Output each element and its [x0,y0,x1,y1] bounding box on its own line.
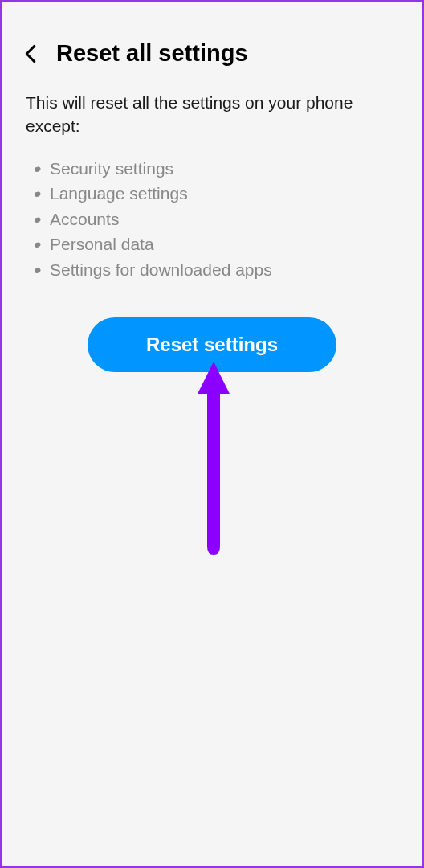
header: Reset all settings [21,18,403,91]
back-icon[interactable] [21,44,40,63]
list-item: Settings for downloaded apps [50,257,403,283]
page-title: Reset all settings [56,40,248,67]
reset-settings-button[interactable]: Reset settings [88,317,336,372]
exceptions-list: Security settings Language settings Acco… [21,156,403,283]
description-text: This will reset all the settings on your… [21,91,403,138]
annotation-arrow-icon [196,362,231,558]
button-container: Reset settings [21,317,403,372]
list-item: Security settings [50,156,403,182]
list-item: Language settings [50,181,403,207]
settings-screen: Reset all settings This will reset all t… [2,2,422,866]
list-item: Accounts [50,207,403,232]
list-item: Personal data [50,231,403,257]
